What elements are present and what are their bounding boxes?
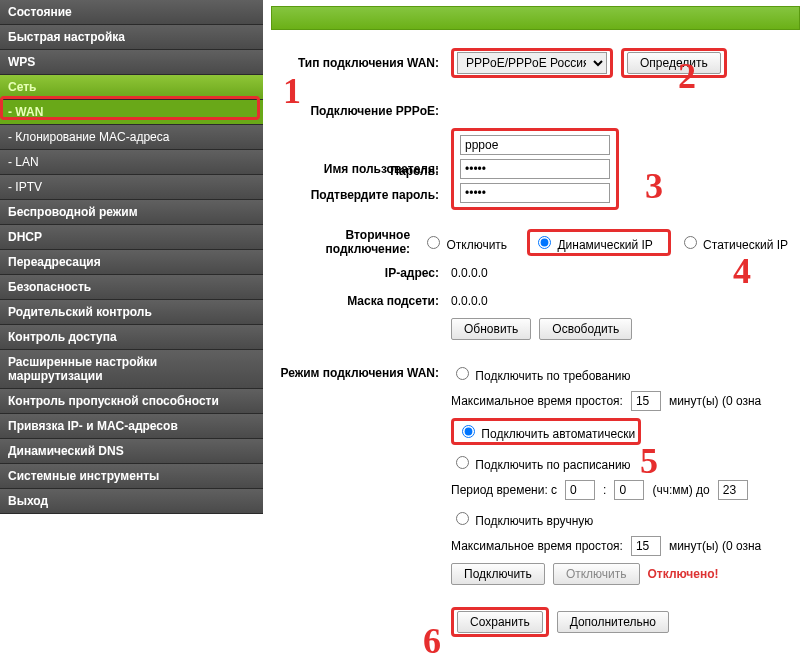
mask-label: Маска подсети: [271, 294, 451, 308]
nav-forward[interactable]: Переадресация [0, 250, 263, 275]
sidebar: Состояние Быстрая настройка WPS Сеть - W… [0, 0, 263, 514]
nav-wps[interactable]: WPS [0, 50, 263, 75]
wan-type-select[interactable]: PPPoE/PPPoE Россия [457, 52, 607, 74]
mode-manual-text: Подключить вручную [475, 514, 593, 528]
nav-routing[interactable]: Расширенные настройки маршрутизации [0, 350, 263, 389]
idle2-suffix: минут(ы) (0 озна [669, 539, 761, 553]
mode-ondemand-radio[interactable] [456, 367, 469, 380]
connect-button[interactable]: Подключить [451, 563, 545, 585]
status-text: Отключено! [648, 567, 719, 581]
disconnect-button[interactable]: Отключить [553, 563, 640, 585]
ip-value: 0.0.0.0 [451, 266, 488, 280]
sched-sep1: : [603, 483, 606, 497]
sched-to-h[interactable] [718, 480, 748, 500]
secondary-label: Вторичное подключение: [271, 228, 422, 256]
nav-logout[interactable]: Выход [0, 489, 263, 514]
nav-ipmac[interactable]: Привязка IP- и MAC-адресов [0, 414, 263, 439]
nav-parent[interactable]: Родительский контроль [0, 300, 263, 325]
nav-ddns[interactable]: Динамический DNS [0, 439, 263, 464]
release-button[interactable]: Освободить [539, 318, 632, 340]
refresh-button[interactable]: Обновить [451, 318, 531, 340]
mask-value: 0.0.0.0 [451, 294, 488, 308]
pppoe-header: Подключение PPPoE: [271, 104, 451, 118]
mode-sched-radio[interactable] [456, 456, 469, 469]
nav-access[interactable]: Контроль доступа [0, 325, 263, 350]
idle2-input[interactable] [631, 536, 661, 556]
idle-prefix: Максимальное время простоя: [451, 394, 623, 408]
wan-mode-label: Режим подключения WAN: [271, 366, 451, 380]
sched-prefix: Период времени: с [451, 483, 557, 497]
main-panel: Тип подключения WAN: PPPoE/PPPoE Россия … [263, 0, 800, 643]
sec-dynip-radio[interactable] [538, 236, 551, 249]
nav-status[interactable]: Состояние [0, 0, 263, 25]
nav-iptv[interactable]: - IPTV [0, 175, 263, 200]
nav-quicksetup[interactable]: Быстрая настройка [0, 25, 263, 50]
nav-macclone[interactable]: - Клонирование MAC-адреса [0, 125, 263, 150]
nav-bandwidth[interactable]: Контроль пропускной способности [0, 389, 263, 414]
nav-wan[interactable]: - WAN [0, 100, 263, 125]
title-bar [271, 6, 800, 30]
password-label: Пароль: [271, 164, 451, 178]
mode-manual-radio[interactable] [456, 512, 469, 525]
mode-ondemand-text: Подключить по требованию [475, 369, 630, 383]
confirm-input[interactable] [460, 183, 610, 203]
sec-disable-radio[interactable] [427, 236, 440, 249]
detect-button[interactable]: Определить [627, 52, 721, 74]
nav-security[interactable]: Безопасность [0, 275, 263, 300]
mode-auto-text: Подключить автоматически [481, 427, 635, 441]
confirm-label: Подтвердите пароль: [271, 188, 451, 202]
idle-input[interactable] [631, 391, 661, 411]
idle2-prefix: Максимальное время простоя: [451, 539, 623, 553]
username-input[interactable] [460, 135, 610, 155]
nav-lan[interactable]: - LAN [0, 150, 263, 175]
sched-from-m[interactable] [614, 480, 644, 500]
sec-dynip-text: Динамический IP [557, 238, 652, 252]
sec-staticip-radio[interactable] [684, 236, 697, 249]
advanced-button[interactable]: Дополнительно [557, 611, 669, 633]
sec-disable-text: Отключить [446, 238, 507, 252]
password-input[interactable] [460, 159, 610, 179]
nav-tools[interactable]: Системные инструменты [0, 464, 263, 489]
mode-auto-radio[interactable] [462, 425, 475, 438]
nav-wireless[interactable]: Беспроводной режим [0, 200, 263, 225]
nav-network[interactable]: Сеть [0, 75, 263, 100]
nav-dhcp[interactable]: DHCP [0, 225, 263, 250]
idle-suffix: минут(ы) (0 озна [669, 394, 761, 408]
sched-from-h[interactable] [565, 480, 595, 500]
mode-sched-text: Подключить по расписанию [475, 458, 630, 472]
save-button[interactable]: Сохранить [457, 611, 543, 633]
sec-staticip-text: Статический IP [703, 238, 788, 252]
sched-suffix: (чч:мм) до [652, 483, 709, 497]
ip-label: IP-адрес: [271, 266, 451, 280]
wan-type-label: Тип подключения WAN: [271, 56, 451, 70]
